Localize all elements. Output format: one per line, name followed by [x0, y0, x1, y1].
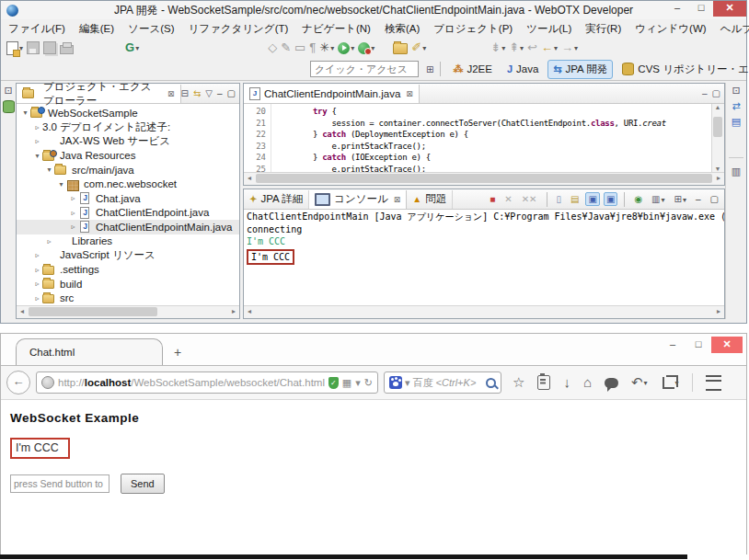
new-wizard-icon[interactable]: ▾ — [5, 39, 25, 57]
tree-item-java-resources[interactable]: ▾Java Resources — [17, 149, 239, 164]
dropdown-arrow-icon[interactable]: ▾ — [554, 44, 558, 52]
dropdown-arrow-icon[interactable]: ▾ — [520, 44, 524, 52]
minimize-view-icon[interactable]: – — [702, 88, 708, 98]
menu-item[interactable]: リファクタリング(T) — [188, 22, 288, 36]
tree-closed-arrow-icon[interactable]: ▹ — [44, 237, 54, 246]
source-code[interactable]: try { session = container.connectToServe… — [271, 104, 724, 172]
terminate-icon[interactable]: ■ — [487, 192, 498, 206]
perspective-Java[interactable]: JJava — [501, 61, 544, 77]
send-button[interactable]: Send — [121, 474, 165, 494]
tree-closed-arrow-icon[interactable]: ▹ — [32, 123, 42, 131]
link-with-editor-icon[interactable]: ⇆ — [193, 88, 201, 98]
clear-console-icon[interactable]: ▯ — [554, 192, 565, 206]
dropdown-arrow-icon[interactable]: ▾ — [501, 44, 505, 52]
minimize-button[interactable]: – — [660, 337, 686, 353]
open-perspective-icon[interactable]: ⊞ — [426, 64, 433, 74]
downloads-button[interactable]: ↓ — [563, 375, 570, 390]
tree-open-arrow-icon[interactable]: ▾ — [32, 152, 42, 160]
new-tab-button[interactable]: + — [174, 345, 181, 360]
code-line-23[interactable]: e.printStackTrace(); — [275, 141, 711, 153]
url-dropdown-icon[interactable]: ▾ — [355, 377, 361, 389]
show-stdout-when-changed-icon[interactable]: ▣ — [585, 192, 599, 206]
menu-button[interactable] — [706, 375, 721, 391]
scroll-up-icon[interactable]: ▲ — [712, 104, 723, 110]
tree-item-build[interactable]: ▹build — [17, 277, 239, 291]
code-line-22[interactable]: } catch (DeploymentException e) { — [275, 129, 711, 141]
tree-item-javascript-[interactable]: ▹JavaScript リソース — [17, 248, 239, 263]
tree-closed-arrow-icon[interactable]: ▹ — [32, 251, 42, 259]
maximize-icon[interactable]: ▢ — [227, 88, 236, 98]
view-menu-icon[interactable]: ▽ — [205, 88, 213, 98]
tree-item--[interactable]: ▹3.0デプロイメント記述子: — [17, 120, 239, 135]
menu-item[interactable]: ファイル(F) — [8, 22, 65, 36]
tree-closed-arrow-icon[interactable]: ▹ — [68, 223, 78, 231]
tree-item-chat.java[interactable]: ▹JChat.java — [17, 191, 239, 206]
menu-item[interactable]: ヘルプ(H) — [720, 22, 749, 36]
search-icon[interactable] — [486, 378, 496, 388]
tree-item-websocketsample[interactable]: ▾WebSocketSample — [17, 106, 239, 120]
save-all-icon[interactable] — [41, 39, 58, 57]
tab-問題[interactable]: ▲問題 — [407, 190, 453, 209]
message-input[interactable] — [10, 474, 109, 493]
scroll-right-icon[interactable]: ▸ — [713, 306, 724, 317]
editor-hscrollbar[interactable]: ◂ ▸ — [244, 172, 724, 185]
address-bar[interactable]: http://localhost/WebSocketSample/websock… — [36, 371, 378, 394]
dropdown-arrow-icon[interactable]: ▾ — [135, 44, 139, 52]
console-output[interactable]: ChatClientEndpointMain [Java アプリケーション] C… — [244, 210, 724, 305]
console-hscrollbar[interactable]: ◂ ▸ — [244, 305, 724, 318]
menu-item[interactable]: ナビゲート(N) — [302, 22, 371, 36]
tree-closed-arrow-icon[interactable]: ▹ — [32, 280, 42, 288]
menu-item[interactable]: 実行(R) — [585, 22, 621, 36]
code-line-25[interactable]: e.printStackTrace(); — [275, 164, 711, 173]
tree-closed-arrow-icon[interactable]: ▹ — [32, 137, 42, 145]
generate-icon[interactable]: G▾ — [123, 39, 141, 57]
restore-left-trim-icon[interactable]: ⊡ — [4, 85, 12, 97]
tree-closed-arrow-icon[interactable]: ▹ — [68, 209, 78, 217]
close-tab-icon[interactable]: ⊠ — [167, 89, 175, 98]
explorer-hscrollbar[interactable]: ◂ ▸ — [17, 305, 239, 318]
code-line-21[interactable]: session = container.connectToServer(Chat… — [275, 118, 711, 130]
scroll-down-icon[interactable]: ▼ — [712, 166, 723, 172]
tree-closed-arrow-icon[interactable]: ▹ — [32, 266, 42, 274]
tree-open-arrow-icon[interactable]: ▾ — [56, 180, 66, 189]
scroll-lock-icon[interactable]: ▤ — [568, 192, 582, 206]
marker-icon[interactable]: ✐▾ — [409, 39, 428, 57]
menu-item[interactable]: ソース(S) — [128, 22, 174, 36]
back-button[interactable]: ← — [6, 371, 30, 394]
search-bar[interactable]: ▾ 百度 <Ctrl+K> — [384, 371, 501, 394]
tree-item-jax-ws-web-[interactable]: ▹JAX-WS Web サービス — [17, 134, 239, 149]
dropdown-arrow-icon[interactable]: ▾ — [662, 196, 665, 204]
scroll-left-icon[interactable]: ◂ — [244, 173, 255, 184]
open-resource-icon[interactable] — [391, 39, 409, 57]
scroll-right-icon[interactable]: ▸ — [713, 173, 724, 184]
close-tab-icon[interactable]: ⊠ — [394, 195, 401, 204]
dropdown-arrow-icon[interactable]: ▾ — [574, 44, 578, 52]
data-source-explorer-icon[interactable] — [3, 100, 15, 113]
close-button[interactable]: ✕ — [713, 1, 746, 17]
perspective-JPA 開発[interactable]: ⇆JPA 開発 — [547, 60, 613, 79]
close-tab-icon[interactable]: ⊠ — [406, 89, 413, 98]
security-shield-icon[interactable] — [328, 377, 339, 389]
home-button[interactable]: ⌂ — [583, 375, 592, 390]
tree-open-arrow-icon[interactable]: ▾ — [20, 109, 30, 117]
tree-item-src[interactable]: ▹src — [17, 291, 239, 306]
perspective-J2EE[interactable]: ⁂J2EE — [447, 61, 498, 78]
tree-item-.settings[interactable]: ▹.settings — [17, 263, 239, 278]
tab-JPA 詳細[interactable]: ✦JPA 詳細 — [244, 190, 309, 209]
dropdown-arrow-icon[interactable]: ▾ — [683, 196, 686, 204]
scroll-left-icon[interactable]: ◂ — [17, 306, 28, 317]
back-icon[interactable]: ←▾ — [539, 39, 559, 57]
show-stderr-when-changed-icon[interactable]: ▣ — [604, 192, 617, 206]
url-text[interactable]: http://localhost/WebSocketSample/websock… — [58, 377, 325, 388]
maximize-button[interactable]: □ — [689, 1, 713, 17]
dropdown-arrow-icon[interactable]: ▾ — [330, 44, 334, 52]
restore-right-trim-icon[interactable]: ⊡ — [732, 85, 740, 97]
dropdown-arrow-icon[interactable]: ▾ — [351, 44, 354, 52]
show-selection-icon[interactable]: ▭ — [293, 39, 307, 57]
remove-all-launches-icon[interactable]: ✕✕ — [519, 192, 540, 206]
tab-chatclientendpointmain-java[interactable]: ChatClientEndpointMain.java ⊠ — [244, 85, 420, 103]
synchronize-icon[interactable]: ⇄ — [732, 100, 740, 112]
tree-item-src-main-java[interactable]: ▾src/main/java — [17, 163, 239, 177]
menu-item[interactable]: ウィンドウ(W) — [635, 22, 706, 36]
tree-item-com.nec.websocket[interactable]: ▾com.nec.websocket — [17, 177, 239, 192]
